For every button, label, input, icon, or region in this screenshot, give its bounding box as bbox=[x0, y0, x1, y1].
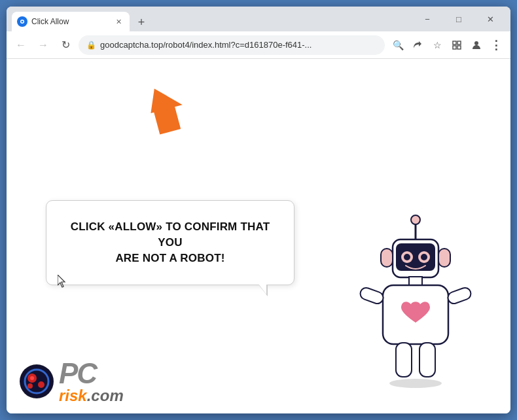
svg-point-31 bbox=[38, 381, 45, 388]
svg-point-32 bbox=[27, 383, 33, 389]
svg-point-16 bbox=[404, 254, 410, 260]
pcrisk-text: PC risk.com bbox=[59, 359, 124, 404]
menu-button[interactable]: ⋮ bbox=[487, 36, 505, 54]
svg-rect-24 bbox=[396, 343, 412, 377]
svg-rect-19 bbox=[438, 249, 450, 267]
svg-rect-23 bbox=[446, 286, 472, 305]
extensions-button[interactable] bbox=[448, 36, 466, 54]
bubble-line1: CLICK «ALLOW» TO CONFIRM THAT YOU bbox=[71, 220, 270, 249]
search-icon-button[interactable]: 🔍 bbox=[389, 36, 407, 54]
active-tab[interactable]: Click Allow ✕ bbox=[12, 12, 130, 31]
bubble-line2: ARE NOT A ROBOT! bbox=[115, 252, 224, 264]
svg-rect-25 bbox=[419, 343, 435, 377]
browser-window: Click Allow ✕ + − □ ✕ ← → ↻ 🔒 goodcaptch… bbox=[7, 7, 510, 413]
svg-rect-18 bbox=[381, 249, 393, 267]
speech-bubble: CLICK «ALLOW» TO CONFIRM THAT YOU ARE NO… bbox=[46, 200, 294, 285]
svg-rect-3 bbox=[453, 41, 456, 44]
svg-point-26 bbox=[389, 379, 442, 388]
lock-icon: 🔒 bbox=[86, 41, 96, 50]
back-button[interactable]: ← bbox=[12, 36, 30, 54]
robot-container bbox=[353, 215, 478, 400]
new-tab-button[interactable]: + bbox=[132, 13, 151, 31]
tab-close-button[interactable]: ✕ bbox=[113, 16, 124, 27]
url-actions: 🔍 ☆ ⋮ bbox=[389, 36, 505, 54]
svg-point-7 bbox=[474, 41, 478, 45]
profile-button[interactable] bbox=[467, 36, 486, 54]
address-bar: ← → ↻ 🔒 goodcaptcha.top/robot4/index.htm… bbox=[7, 31, 510, 59]
svg-point-17 bbox=[421, 254, 427, 260]
svg-point-11 bbox=[411, 215, 420, 224]
bubble-text: CLICK «ALLOW» TO CONFIRM THAT YOU ARE NO… bbox=[67, 219, 273, 266]
url-bar[interactable]: 🔒 goodcaptcha.top/robot4/index.html?c=d1… bbox=[79, 35, 385, 55]
pc-label: PC bbox=[59, 359, 124, 388]
svg-rect-4 bbox=[457, 41, 461, 44]
url-text: goodcaptcha.top/robot4/index.html?c=d161… bbox=[100, 40, 377, 50]
svg-rect-5 bbox=[453, 46, 456, 49]
robot-illustration bbox=[353, 215, 478, 398]
svg-point-2 bbox=[22, 21, 24, 23]
forward-button[interactable]: → bbox=[34, 36, 52, 54]
tab-favicon bbox=[17, 16, 27, 27]
tab-title: Click Allow bbox=[31, 17, 109, 26]
tab-area: Click Allow ✕ + bbox=[12, 7, 410, 31]
title-bar: Click Allow ✕ + − □ ✕ bbox=[7, 7, 510, 31]
close-button[interactable]: ✕ bbox=[475, 9, 505, 29]
refresh-button[interactable]: ↻ bbox=[56, 36, 75, 54]
minimize-button[interactable]: − bbox=[412, 9, 442, 29]
window-controls: − □ ✕ bbox=[412, 9, 505, 29]
page-content: CLICK «ALLOW» TO CONFIRM THAT YOU ARE NO… bbox=[7, 59, 510, 413]
bookmark-button[interactable]: ☆ bbox=[428, 36, 446, 54]
risk-com-label: risk.com bbox=[59, 388, 124, 404]
risk-label: risk bbox=[59, 387, 87, 404]
maximize-button[interactable]: □ bbox=[444, 9, 474, 29]
svg-rect-22 bbox=[359, 286, 385, 305]
svg-rect-6 bbox=[457, 46, 461, 49]
pcrisk-logo: PC risk.com bbox=[20, 359, 124, 404]
svg-point-33 bbox=[30, 376, 34, 380]
share-button[interactable] bbox=[408, 36, 427, 54]
com-label: .com bbox=[87, 387, 124, 404]
pcrisk-icon bbox=[20, 364, 54, 398]
